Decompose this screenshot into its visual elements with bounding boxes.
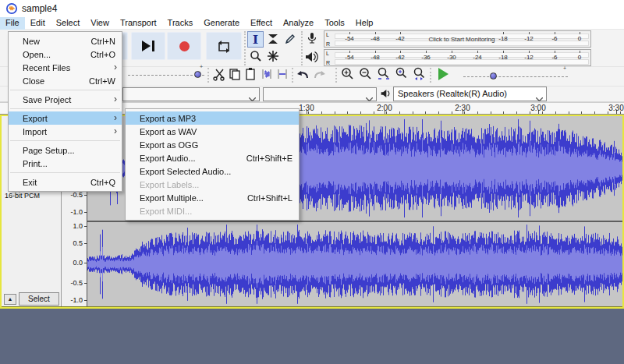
zoom-toggle-icon xyxy=(395,67,409,81)
menu-separator xyxy=(10,140,120,141)
paste-button[interactable] xyxy=(243,67,258,82)
record-meter-mic-icon[interactable] xyxy=(306,32,321,47)
copy-button[interactable] xyxy=(228,67,243,82)
playback-meter[interactable]: L R -54-48-42-36-30-24-18-12-60 xyxy=(324,49,591,66)
play-speed-thumb[interactable] xyxy=(490,72,497,80)
selection-tool-icon: I xyxy=(253,33,258,47)
zoom-in-button[interactable] xyxy=(341,67,356,82)
track-select-button[interactable]: Select xyxy=(19,292,59,306)
play-speed-slider[interactable] xyxy=(463,76,568,77)
timeline-minor-tick xyxy=(399,111,400,114)
file-menu-item-recent-files[interactable]: Recent Files› xyxy=(9,61,122,74)
skip-to-end-icon xyxy=(142,41,151,51)
menu-separator xyxy=(10,108,120,109)
meter-tick-label: -48 xyxy=(370,54,380,61)
loop-button[interactable] xyxy=(206,32,242,60)
recording-meter[interactable]: L R Click to Start Monitoring -54-48-42-… xyxy=(324,30,591,48)
file-menu-item-print[interactable]: Print... xyxy=(9,157,122,170)
file-menu-item-page-setup[interactable]: Page Setup... xyxy=(9,143,122,157)
scale-tick xyxy=(84,195,87,196)
play-meter-speaker-icon[interactable] xyxy=(304,51,319,65)
meter-tick xyxy=(400,51,401,53)
export-item-export-as-wav[interactable]: Export as WAV xyxy=(126,125,299,138)
file-menu-item-exit[interactable]: ExitCtrl+Q xyxy=(9,175,122,189)
file-menu-item-open[interactable]: Open...Ctrl+O xyxy=(9,48,122,61)
playback-volume-slider[interactable] xyxy=(128,75,204,76)
export-item-export-as-mp3[interactable]: Export as MP3 xyxy=(126,111,299,125)
fit-project-button[interactable] xyxy=(413,67,427,82)
zoom-in-icon xyxy=(341,67,355,81)
playback-device-speaker-icon xyxy=(380,88,392,100)
meter-tick xyxy=(349,32,350,34)
multi-tool-button[interactable] xyxy=(264,48,281,65)
file-menu-item-save-project[interactable]: Save Project› xyxy=(9,93,122,106)
export-item-export-multiple[interactable]: Export Multiple...Ctrl+Shift+L xyxy=(126,191,299,204)
envelope-tool-icon xyxy=(267,33,279,45)
play-at-speed-button[interactable] xyxy=(434,66,454,82)
selection-tool-button[interactable]: I xyxy=(247,31,264,48)
cut-button[interactable] xyxy=(212,67,227,82)
skip-to-end-button[interactable] xyxy=(131,32,165,60)
meter-tick xyxy=(503,32,504,34)
undo-button[interactable] xyxy=(295,67,310,82)
zoom-tool-button[interactable] xyxy=(247,48,264,65)
zoom-out-button[interactable] xyxy=(359,67,374,82)
menubar-item-tools[interactable]: Tools xyxy=(319,17,350,30)
menubar-item-view[interactable]: View xyxy=(85,17,115,30)
track-collapse-button[interactable]: ▲ xyxy=(4,294,16,305)
trim-audio-button[interactable] xyxy=(260,67,275,82)
timeline-minor-tick xyxy=(360,111,361,114)
file-menu-item-new[interactable]: NewCtrl+N xyxy=(9,34,122,48)
loop-icon xyxy=(216,40,232,54)
export-item-export-labels: Export Labels... xyxy=(126,178,299,191)
menubar-item-tracks[interactable]: Tracks xyxy=(162,17,199,30)
file-menu-item-close[interactable]: CloseCtrl+W xyxy=(9,74,122,87)
playback-device-combo[interactable]: Speakers (Realtek(R) Audio) xyxy=(393,87,547,101)
draw-tool-button[interactable] xyxy=(282,31,298,48)
menubar-item-help[interactable]: Help xyxy=(350,17,379,30)
time-shift-tool-button[interactable] xyxy=(282,48,298,65)
zoom-toggle-button[interactable] xyxy=(395,67,410,82)
menubar-item-file[interactable]: File xyxy=(0,17,25,30)
paste-icon xyxy=(243,67,257,81)
scale-tick xyxy=(84,226,87,227)
meter-tick xyxy=(426,51,427,53)
zoom-selection-icon xyxy=(377,67,391,81)
export-item-export-audio[interactable]: Export Audio...Ctrl+Shift+E xyxy=(126,151,299,164)
timeline-minor-tick xyxy=(374,111,374,114)
meter-tick-label: -18 xyxy=(498,35,508,42)
audacity-window: sample4 FileEditSelectViewTransportTrack… xyxy=(0,0,624,364)
meter-tick-label: -54 xyxy=(345,35,354,42)
menubar-item-edit[interactable]: Edit xyxy=(25,17,51,30)
menubar-item-analyze[interactable]: Analyze xyxy=(278,17,319,30)
menubar-item-transport[interactable]: Transport xyxy=(115,17,162,30)
timeline-minor-tick xyxy=(438,111,439,114)
file-menu-item-import[interactable]: Import› xyxy=(9,125,122,138)
menubar-item-select[interactable]: Select xyxy=(51,17,86,30)
menubar-item-generate[interactable]: Generate xyxy=(198,17,245,30)
export-item-export-selected-audio[interactable]: Export Selected Audio... xyxy=(126,164,299,178)
scale-value-label: -1.0 xyxy=(62,296,83,304)
scissors-icon xyxy=(212,67,226,81)
playback-volume-thumb[interactable] xyxy=(194,71,201,78)
submenu-arrow-icon: › xyxy=(114,112,117,123)
envelope-tool-button[interactable] xyxy=(264,31,281,48)
scale-tick xyxy=(84,243,87,244)
redo-icon xyxy=(312,67,328,81)
silence-audio-button[interactable] xyxy=(275,67,290,82)
zoom-selection-button[interactable] xyxy=(377,67,392,82)
export-item-export-as-ogg[interactable]: Export as OGG xyxy=(126,138,299,151)
recording-channels-combo[interactable] xyxy=(263,87,377,101)
scale-value-label: -0.5 xyxy=(62,191,83,199)
waveform-channel-right[interactable] xyxy=(87,222,622,306)
file-menu-item-export[interactable]: Export› xyxy=(9,111,122,125)
file-menu: NewCtrl+NOpen...Ctrl+ORecent Files›Close… xyxy=(8,31,122,192)
meter-tick-label: -18 xyxy=(498,54,508,61)
recording-device-combo[interactable] xyxy=(122,87,260,101)
menubar-item-effect[interactable]: Effect xyxy=(245,17,278,30)
record-button[interactable] xyxy=(167,32,201,60)
redo-button[interactable] xyxy=(312,67,327,82)
monitor-hint-text[interactable]: Click to Start Monitoring xyxy=(429,36,495,43)
meter-tick-label: -36 xyxy=(421,54,431,61)
timeline-minor-tick xyxy=(321,111,322,114)
